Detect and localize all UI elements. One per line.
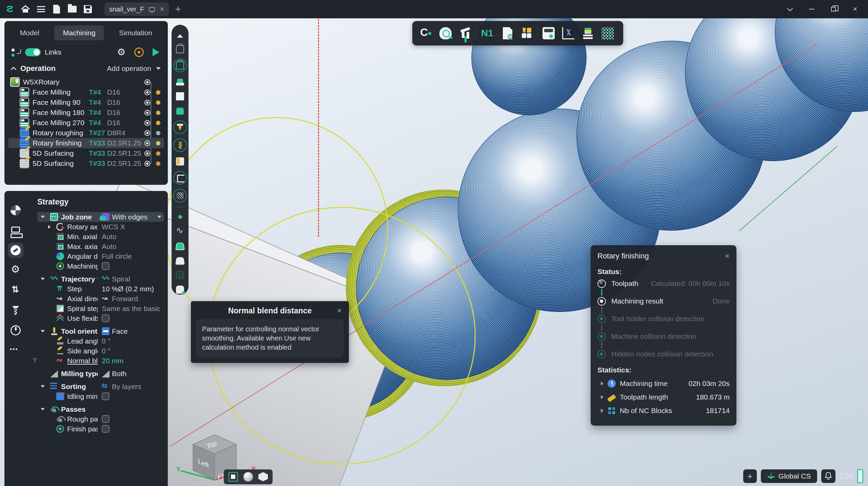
side-tab-tool-drill[interactable] bbox=[8, 303, 23, 318]
checkbox[interactable] bbox=[102, 314, 110, 322]
strategy-row-min-axial-posi[interactable]: Min. axial posiAuto bbox=[37, 232, 164, 241]
caliper-button[interactable] bbox=[456, 24, 474, 43]
close-tab-icon[interactable]: × bbox=[160, 5, 164, 13]
tooltip-close-icon[interactable]: × bbox=[335, 306, 343, 315]
add-cs-button[interactable]: + bbox=[743, 469, 757, 483]
strategy-value[interactable]: 0 ° bbox=[102, 347, 111, 355]
fit-view-icon[interactable] bbox=[229, 472, 238, 482]
expand-chevron-icon[interactable] bbox=[601, 395, 604, 399]
curve-toggle[interactable] bbox=[173, 226, 187, 236]
tools-pair-button[interactable] bbox=[518, 24, 535, 43]
strategy-row-milling-type[interactable]: Milling typeBoth bbox=[37, 369, 164, 378]
iso-view-icon[interactable] bbox=[258, 472, 268, 482]
side-tab-more-dots[interactable] bbox=[8, 343, 23, 358]
strategy-value[interactable]: Both bbox=[112, 370, 126, 378]
strategy-row-max-axial-pos[interactable]: Max. axial posAuto bbox=[37, 241, 164, 251]
dropdown-chevron-icon[interactable] bbox=[157, 216, 161, 218]
side-tab-settings-gear[interactable] bbox=[8, 263, 23, 278]
strategy-value[interactable]: With edges bbox=[112, 213, 147, 221]
operation-visibility-radio[interactable] bbox=[144, 130, 150, 136]
operation-visibility-radio[interactable] bbox=[144, 140, 150, 146]
new-tab-button[interactable]: + bbox=[175, 3, 181, 15]
collapse-toggle[interactable] bbox=[173, 30, 187, 40]
checkbox[interactable] bbox=[102, 392, 110, 400]
home-button[interactable] bbox=[18, 2, 33, 16]
side-tab-leads[interactable] bbox=[8, 283, 23, 298]
expand-chevron-icon[interactable] bbox=[601, 409, 604, 413]
strategy-value[interactable]: Auto bbox=[102, 233, 116, 241]
toolpath-graph-button[interactable] bbox=[559, 24, 577, 43]
operation-row[interactable]: W5XRotary bbox=[8, 77, 164, 87]
notifications-button[interactable] bbox=[821, 469, 835, 483]
document-tab[interactable]: snail_ver_F × bbox=[104, 2, 169, 16]
chevron-down-icon[interactable] bbox=[41, 408, 45, 410]
strategy-row-lead-angle[interactable]: Lead angle0 ° bbox=[37, 336, 164, 346]
surface-green-toggle[interactable] bbox=[173, 241, 187, 251]
checkbox[interactable] bbox=[102, 262, 110, 270]
add-operation-button[interactable]: Add operation bbox=[107, 64, 151, 73]
strategy-value[interactable]: 10 %Ø (0.2 mm) bbox=[102, 285, 154, 293]
strategy-row-machining-fron[interactable]: Machining fron bbox=[37, 261, 164, 271]
operation-row[interactable]: 5D SurfacingT#33D2.5R1.25 bbox=[8, 148, 164, 158]
holder-toggle[interactable] bbox=[173, 171, 187, 184]
operation-row[interactable]: Face Milling 180T#4D16 bbox=[8, 108, 164, 118]
strategy-row-trajectory-form[interactable]: Trajectory formSpiral bbox=[37, 274, 164, 284]
strategy-value[interactable]: Same as the basic step bbox=[102, 305, 163, 313]
add-operation-chevron-icon[interactable] bbox=[156, 67, 161, 70]
tab-machining[interactable]: Machining bbox=[54, 25, 104, 40]
strategy-row-angular-domai[interactable]: Angular domaiFull circle bbox=[37, 251, 164, 261]
gear-icon[interactable]: ⚙ bbox=[117, 47, 125, 57]
operation-visibility-radio[interactable] bbox=[144, 120, 150, 126]
strategy-row-spiral-step[interactable]: Spiral stepSame as the basic step bbox=[37, 304, 164, 313]
dots-grid-button[interactable] bbox=[599, 24, 616, 43]
tab-simulation[interactable]: Simulation bbox=[110, 25, 161, 40]
operation-row[interactable]: 5D SurfacingT#33D2.5R1.25 bbox=[8, 158, 164, 169]
restore-button[interactable] bbox=[824, 2, 843, 17]
tool-cone-toggle[interactable] bbox=[173, 120, 187, 134]
operation-row[interactable]: Face Milling 270T#4D16 bbox=[8, 118, 164, 128]
operation-visibility-radio[interactable] bbox=[144, 79, 150, 85]
side-tab-strategy-compass[interactable] bbox=[8, 243, 23, 258]
strategy-row-idling-minimiza[interactable]: Idling minimiza bbox=[37, 391, 164, 401]
strategy-value[interactable]: Full circle bbox=[102, 252, 132, 260]
point-toggle[interactable] bbox=[173, 212, 187, 222]
strategy-row-normal-blend-d[interactable]: ?Normal blend d20 mm bbox=[37, 356, 164, 366]
run-play-icon[interactable] bbox=[153, 48, 159, 56]
chevron-down-icon[interactable] bbox=[41, 330, 45, 332]
strategy-value[interactable]: 0 ° bbox=[102, 337, 111, 345]
blank-toggle[interactable] bbox=[173, 91, 187, 101]
strategy-value[interactable]: 20 mm bbox=[102, 357, 123, 365]
strategy-value[interactable]: Spiral bbox=[112, 275, 130, 283]
chevron-down-icon[interactable] bbox=[41, 278, 45, 280]
side-tab-feeds-gauge[interactable] bbox=[8, 323, 23, 338]
operation-row[interactable]: Rotary finishingT#33D2.5R1.25 bbox=[8, 138, 164, 148]
new-file-button[interactable] bbox=[49, 2, 64, 16]
strategy-row-sorting[interactable]: SortingBy layers bbox=[37, 382, 164, 391]
operation-visibility-radio[interactable] bbox=[144, 151, 150, 156]
strategy-row-step[interactable]: Step10 %Ø (0.2 mm) bbox=[37, 284, 164, 294]
open-file-button[interactable] bbox=[64, 2, 80, 16]
strategy-row-rotary-axis[interactable]: Rotary axisWCS X bbox=[37, 222, 164, 232]
checkbox[interactable] bbox=[102, 425, 110, 433]
clamp-toggle[interactable] bbox=[173, 156, 187, 167]
collapse-chevron-icon[interactable] bbox=[11, 66, 17, 72]
operation-row[interactable]: Face Milling 90T#4D16 bbox=[8, 97, 164, 108]
shading-mode-icon[interactable] bbox=[243, 472, 253, 482]
sync-refresh-icon[interactable] bbox=[134, 47, 144, 57]
side-tab-quadrant[interactable] bbox=[8, 203, 23, 218]
fixture-toggle[interactable] bbox=[173, 106, 187, 116]
strategy-row-passes[interactable]: Passes bbox=[37, 404, 164, 414]
strategy-value[interactable]: Auto bbox=[102, 242, 116, 251]
tab-model[interactable]: Model bbox=[11, 25, 48, 40]
chevron-right-icon[interactable] bbox=[48, 225, 51, 229]
strategy-row-axial-direction[interactable]: Axial directionForward bbox=[37, 294, 164, 304]
strategy-value[interactable]: WCS X bbox=[102, 223, 125, 231]
strategy-row-tool-orientation[interactable]: Tool orientationFace bbox=[37, 326, 164, 336]
surface-dot-toggle[interactable] bbox=[173, 285, 187, 295]
post-doc-button[interactable] bbox=[498, 24, 516, 43]
links-toggle[interactable] bbox=[25, 48, 41, 56]
tape-measure-button[interactable] bbox=[437, 24, 454, 43]
workpiece-toggle[interactable] bbox=[173, 77, 187, 87]
magnet-snap-button[interactable] bbox=[417, 24, 435, 43]
checkbox[interactable] bbox=[102, 415, 110, 423]
